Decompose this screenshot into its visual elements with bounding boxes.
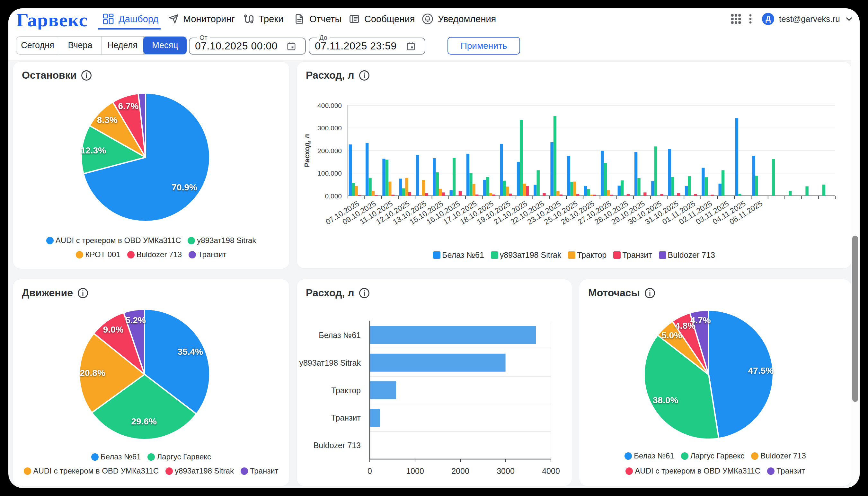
svg-text:1000: 1000 [406,466,424,476]
svg-text:0: 0 [367,466,372,476]
svg-text:200.000: 200.000 [317,147,342,154]
svg-text:3000: 3000 [497,466,515,476]
svg-text:4000: 4000 [542,466,560,476]
svg-text:400.000: 400.000 [317,102,342,109]
svg-text:Buldozer 713: Buldozer 713 [314,441,361,450]
svg-text:Трактор: Трактор [331,386,361,395]
svg-text:у893ат198 Sitrak: у893ат198 Sitrak [299,358,361,367]
svg-text:300.000: 300.000 [317,124,342,131]
svg-text:100.000: 100.000 [317,170,342,177]
svg-text:0.000: 0.000 [325,192,342,200]
svg-text:Расход, л: Расход, л [303,134,311,167]
svg-text:Белаз №61: Белаз №61 [319,331,361,340]
svg-text:Транзит: Транзит [331,413,361,422]
svg-text:2000: 2000 [451,466,469,476]
